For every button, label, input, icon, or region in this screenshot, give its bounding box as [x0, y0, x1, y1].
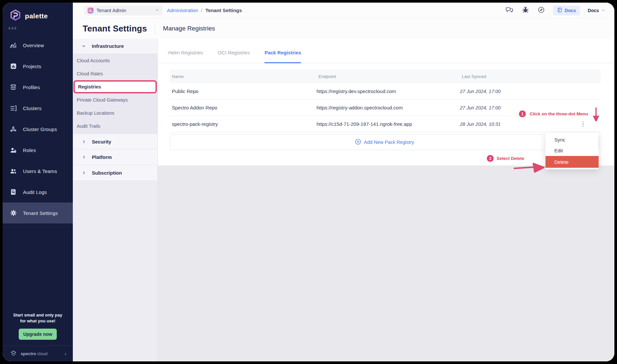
- breadcrumb: Administration / Tenant Settings: [167, 8, 242, 13]
- sidebar-footer: spectro cloud ‹: [3, 346, 73, 361]
- table-row[interactable]: spectro-pack-registry https://c15d-71-20…: [170, 116, 601, 132]
- page-subtitle: Manage Registries: [163, 25, 215, 32]
- docs-button[interactable]: Docs: [553, 6, 580, 15]
- sidebar-item-overview[interactable]: Overview: [3, 35, 73, 56]
- collapse-sidebar-chevron-icon[interactable]: ‹: [65, 351, 66, 357]
- app-version: 4.4.9: [8, 26, 73, 30]
- three-dot-menu-icon[interactable]: [581, 120, 585, 128]
- docs-dropdown-label: Docs: [588, 8, 599, 13]
- sidebar-item-label: Cluster Groups: [23, 126, 57, 132]
- scope-selector[interactable]: Tenant Admin: [84, 6, 162, 15]
- subnav-section-label: Security: [92, 139, 111, 144]
- person-lock-icon: [10, 146, 17, 154]
- registry-name: spectro-pack-registry: [170, 121, 317, 127]
- pack-registries-table: Name Endpoint Last Synced Public Repo ht…: [170, 69, 601, 132]
- row-context-menu: Sync Edit Delete: [545, 133, 599, 169]
- brand-name: palette: [25, 12, 48, 20]
- sidebar: palette 4.4.9 Overview: [3, 3, 73, 361]
- docs-dropdown[interactable]: Docs: [588, 8, 605, 13]
- upgrade-promo: Start small and only pay for what you us…: [3, 312, 73, 346]
- add-button-label: Add New Pack Registry: [364, 140, 414, 145]
- tenant-admin-icon: [88, 8, 93, 13]
- subnav-section-infrastructure[interactable]: Infrastructure: [73, 39, 157, 53]
- chevron-right-icon: [82, 140, 86, 144]
- settings-subnav: Infrastructure Cloud Accounts Cloud Rate…: [73, 39, 158, 361]
- col-header-last-synced: Last Synced: [460, 74, 578, 79]
- subnav-item-backup-locations[interactable]: Backup Locations: [73, 106, 157, 120]
- infrastructure-items: Cloud Accounts Cloud Rates Registries Pr…: [73, 53, 157, 134]
- add-new-pack-registry-button[interactable]: Add New Pack Registry: [355, 139, 414, 146]
- help-compass-button[interactable]: [537, 6, 545, 15]
- registry-name: Spectro Addon Repo: [170, 105, 317, 110]
- registry-endpoint: https://c15d-71-209-197-141.ngrok-free.a…: [317, 121, 460, 127]
- compass-icon: [537, 6, 545, 15]
- context-menu-sync[interactable]: Sync: [545, 134, 599, 145]
- sidebar-item-tenant-settings[interactable]: Tenant Settings: [3, 202, 73, 223]
- sidebar-item-label: Users & Teams: [23, 168, 57, 174]
- registry-last-synced: 28 Jun 2024, 10:31: [460, 122, 578, 127]
- layers-stack-icon: [10, 84, 17, 91]
- page-title: Tenant Settings: [83, 24, 147, 34]
- subnav-section-platform[interactable]: Platform: [73, 149, 157, 165]
- bug-icon: [522, 6, 529, 15]
- sidebar-item-label: Profiles: [23, 85, 40, 90]
- chevron-right-icon: [82, 155, 86, 159]
- annotation-arrow-right-icon: [514, 162, 546, 173]
- breadcrumb-administration-link[interactable]: Administration: [167, 8, 198, 13]
- annotation-arrow-down-icon: [593, 107, 599, 121]
- app-window: palette 4.4.9 Overview: [3, 3, 614, 361]
- users-icon: [10, 167, 17, 175]
- breadcrumb-separator: /: [201, 8, 202, 13]
- context-menu-edit[interactable]: Edit: [545, 145, 599, 156]
- sidebar-item-label: Clusters: [23, 105, 42, 111]
- registry-tabs: Helm Registries OCI Registries Pack Regi…: [158, 39, 614, 63]
- subnav-section-label: Subscription: [92, 170, 122, 176]
- sidebar-item-cluster-groups[interactable]: Cluster Groups: [3, 119, 73, 140]
- tab-pack-registries[interactable]: Pack Registries: [264, 50, 301, 63]
- sidebar-item-users-teams[interactable]: Users & Teams: [3, 161, 73, 182]
- plus-circle-icon: [355, 139, 361, 146]
- subnav-section-label: Platform: [92, 154, 112, 160]
- chevron-right-icon: [82, 171, 86, 175]
- chevron-down-icon: [82, 44, 86, 48]
- top-bar: Tenant Admin Administration / Tenant Set…: [73, 3, 614, 18]
- sidebar-item-roles[interactable]: Roles: [3, 140, 73, 161]
- chevron-down-icon: [155, 8, 159, 13]
- subnav-item-cloud-rates[interactable]: Cloud Rates: [73, 67, 157, 80]
- brand-logo: palette: [3, 3, 73, 23]
- registry-last-synced: 27 Jun 2024, 17:00: [460, 105, 578, 110]
- tab-helm-registries[interactable]: Helm Registries: [168, 50, 203, 63]
- chat-bubbles-icon: [505, 6, 514, 15]
- palette-logo-icon: [9, 9, 22, 23]
- subnav-item-registries[interactable]: Registries: [73, 80, 157, 93]
- sidebar-item-label: Roles: [23, 147, 36, 153]
- tab-oci-registries[interactable]: OCI Registries: [218, 50, 250, 63]
- subnav-item-cloud-accounts[interactable]: Cloud Accounts: [73, 54, 157, 67]
- feedback-chat-button[interactable]: [505, 6, 514, 15]
- page-header: Tenant Settings Manage Registries: [73, 18, 614, 39]
- projects-icon: [10, 63, 17, 70]
- subnav-item-private-cloud-gateways[interactable]: Private Cloud Gateways: [73, 93, 157, 106]
- subnav-section-subscription[interactable]: Subscription: [73, 165, 157, 181]
- sidebar-item-clusters[interactable]: Clusters: [3, 98, 73, 119]
- subnav-section-security[interactable]: Security: [73, 134, 157, 149]
- gear-icon: [10, 209, 17, 217]
- table-row[interactable]: Public Repo https://registry.dev.spectro…: [170, 83, 601, 100]
- sidebar-item-profiles[interactable]: Profiles: [3, 77, 73, 98]
- registry-endpoint: https://registry.dev.spectrocloud.com: [317, 88, 460, 94]
- upgrade-now-button[interactable]: Upgrade now: [19, 329, 57, 340]
- docs-button-label: Docs: [565, 8, 576, 13]
- sidebar-item-label: Audit Logs: [23, 189, 47, 195]
- annotation-step2-badge: 2: [487, 155, 494, 162]
- report-bug-button[interactable]: [522, 6, 529, 15]
- sidebar-item-projects[interactable]: Projects: [3, 56, 73, 77]
- subnav-item-audit-trails[interactable]: Audit Trails: [73, 120, 157, 133]
- main-region: Tenant Admin Administration / Tenant Set…: [73, 3, 614, 361]
- spectro-cloud-wordmark: spectro cloud: [21, 351, 48, 356]
- sidebar-nav: Overview Projects: [3, 35, 73, 223]
- sidebar-item-audit-logs[interactable]: Audit Logs: [3, 182, 73, 202]
- context-menu-delete[interactable]: Delete: [545, 156, 599, 168]
- sidebar-item-label: Overview: [23, 43, 44, 48]
- upgrade-text-line2: for what you use!: [7, 318, 68, 324]
- sidebar-item-label: Tenant Settings: [23, 210, 58, 216]
